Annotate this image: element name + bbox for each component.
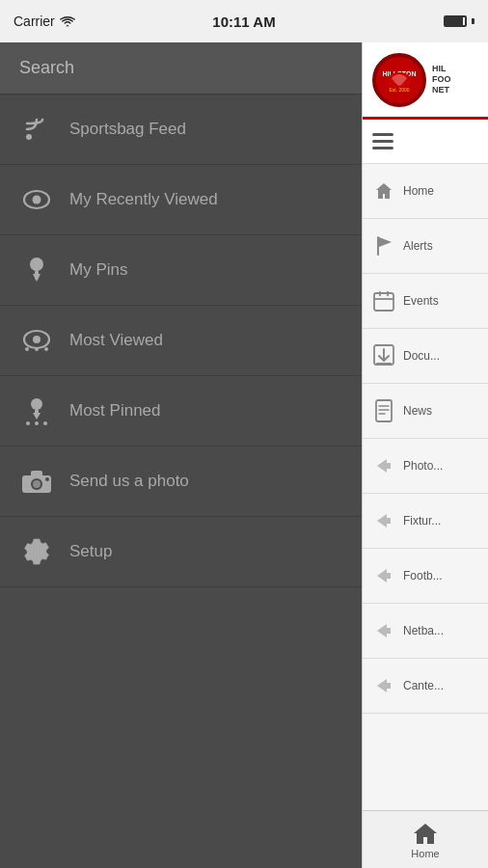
calendar-icon — [370, 287, 397, 314]
nav-alerts-label: Alerts — [403, 239, 433, 253]
svg-point-15 — [35, 421, 39, 425]
svg-point-2 — [33, 196, 41, 204]
sidebar-item-recently-viewed[interactable]: My Recently Viewed — [0, 165, 362, 235]
status-bar: Carrier 10:11 AM — [0, 0, 488, 42]
arrow-right-photos-icon — [370, 452, 397, 479]
sidebar-item-most-viewed[interactable]: Most Viewed — [0, 306, 362, 376]
svg-rect-29 — [374, 293, 393, 311]
svg-point-16 — [43, 421, 47, 425]
pin-icon — [19, 253, 54, 287]
nav-item-documents[interactable]: Docu... — [363, 329, 488, 384]
nav-canteen-label: Cante... — [403, 679, 444, 692]
eye-dots-icon — [19, 323, 54, 358]
club-name-line-1: HIL — [432, 64, 451, 74]
nav-item-football[interactable]: Footb... — [363, 549, 488, 604]
carrier-label: Carrier — [14, 14, 75, 29]
svg-rect-28 — [377, 236, 379, 256]
svg-point-19 — [33, 480, 41, 488]
setup-label: Setup — [69, 542, 112, 561]
my-pins-label: My Pins — [69, 260, 127, 280]
nav-list: Home Alerts — [363, 164, 488, 810]
svg-point-21 — [45, 477, 49, 481]
home-nav-icon — [370, 177, 397, 204]
search-bar[interactable]: Search — [0, 42, 362, 95]
search-label: Search — [19, 58, 74, 77]
rss-icon — [19, 112, 54, 147]
arrow-right-fixtures-icon — [370, 507, 397, 534]
club-name-line-2: FOO — [432, 74, 451, 85]
club-header: HILLSTON SWANS Est. 2000 HIL FOO NET — [363, 42, 488, 120]
sidebar-item-sportsbag-feed[interactable]: Sportsbag Feed — [0, 95, 362, 165]
nav-photos-label: Photo... — [403, 459, 443, 473]
svg-point-14 — [26, 421, 30, 425]
nav-item-fixtures[interactable]: Fixtur... — [363, 494, 488, 549]
hamburger-menu[interactable] — [363, 120, 488, 164]
nav-item-news[interactable]: News — [363, 384, 488, 439]
svg-rect-36 — [376, 400, 392, 421]
sidebar-item-setup[interactable]: Setup — [0, 517, 362, 587]
svg-point-7 — [33, 336, 41, 343]
hamburger-icon — [372, 133, 393, 149]
nav-news-label: News — [403, 404, 432, 418]
nav-item-home[interactable]: Home — [363, 164, 488, 219]
svg-point-10 — [44, 347, 48, 351]
club-name: HIL FOO NET — [432, 64, 451, 95]
svg-point-11 — [31, 398, 42, 410]
right-panel: HILLSTON SWANS Est. 2000 HIL FOO NET — [362, 42, 488, 868]
download-icon — [370, 342, 397, 369]
tab-home-label: Home — [411, 848, 439, 859]
sidebar-item-most-pinned[interactable]: Most Pinned — [0, 376, 362, 447]
svg-point-0 — [26, 134, 32, 140]
drawer-panel: Search Sportsbag Feed — [0, 42, 362, 868]
main-container: Search Sportsbag Feed — [0, 42, 488, 868]
svg-point-8 — [25, 347, 29, 351]
svg-rect-20 — [31, 471, 42, 477]
nav-documents-label: Docu... — [403, 349, 440, 363]
club-logo: HILLSTON SWANS Est. 2000 — [370, 51, 428, 109]
nav-item-photos[interactable]: Photo... — [363, 439, 488, 494]
nav-netball-label: Netba... — [403, 624, 444, 637]
nav-item-netball[interactable]: Netba... — [363, 604, 488, 659]
most-viewed-label: Most Viewed — [69, 331, 163, 350]
arrow-right-canteen-icon — [370, 672, 397, 699]
svg-point-9 — [35, 347, 39, 351]
sidebar-item-my-pins[interactable]: My Pins — [0, 235, 362, 306]
nav-events-label: Events — [403, 294, 439, 308]
eye-icon — [19, 182, 54, 217]
document-icon — [370, 397, 397, 424]
gear-icon — [19, 534, 54, 569]
status-time: 10:11 AM — [212, 14, 275, 30]
most-pinned-label: Most Pinned — [69, 401, 161, 420]
nav-item-alerts[interactable]: Alerts — [363, 219, 488, 274]
pin-dots-icon — [19, 393, 54, 428]
arrow-right-netball-icon — [370, 617, 397, 644]
tab-bar: Home — [363, 810, 488, 868]
send-photo-label: Send us a photo — [69, 472, 189, 491]
nav-item-events[interactable]: Events — [363, 274, 488, 329]
svg-point-3 — [30, 258, 43, 271]
battery-indicator — [444, 15, 474, 27]
flag-icon — [370, 232, 397, 259]
club-name-line-3: NET — [432, 85, 451, 95]
camera-icon — [19, 464, 54, 499]
svg-marker-13 — [33, 413, 41, 420]
drawer-menu: Sportsbag Feed My Recently Viewed — [0, 95, 362, 868]
sportsbag-feed-label: Sportsbag Feed — [69, 120, 186, 139]
svg-marker-5 — [33, 274, 41, 282]
sidebar-item-send-photo[interactable]: Send us a photo — [0, 447, 362, 517]
nav-fixtures-label: Fixtur... — [403, 514, 441, 528]
nav-item-canteen[interactable]: Cante... — [363, 659, 488, 714]
recently-viewed-label: My Recently Viewed — [69, 190, 218, 209]
nav-home-label: Home — [403, 184, 434, 198]
nav-football-label: Footb... — [403, 569, 443, 583]
arrow-right-football-icon — [370, 562, 397, 589]
tab-home[interactable]: Home — [411, 821, 439, 859]
